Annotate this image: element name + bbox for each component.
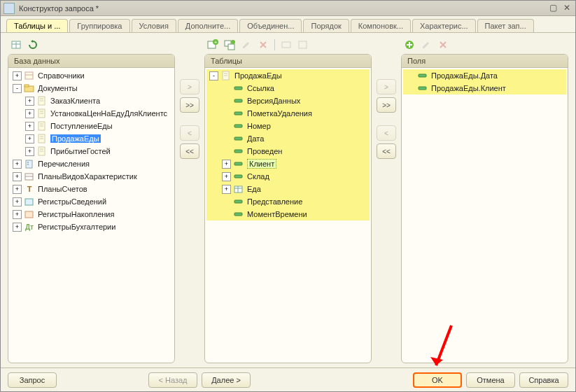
tables-row[interactable]: +Склад	[206, 170, 370, 183]
db-row[interactable]: +ПоступлениеЕды	[10, 120, 173, 132]
fields-tree[interactable]: ПродажаЕды.ДатаПродажаЕды.Клиент	[402, 68, 568, 363]
tables-tree[interactable]: -ПродажаЕдыСсылкаВерсияДанныхПометкаУдал…	[205, 68, 371, 363]
tab-8[interactable]: Пакет зап...	[477, 19, 534, 32]
expand-toggle-icon	[222, 122, 231, 131]
tables-row[interactable]: Ссылка	[206, 82, 370, 94]
expand-toggle-icon[interactable]: +	[25, 97, 34, 106]
tables-toolbar: +	[204, 37, 372, 52]
field-move-right-button[interactable]: >	[377, 79, 396, 94]
expand-toggle-icon	[222, 134, 231, 144]
db-row[interactable]: +ПрибытиеГостей	[10, 145, 173, 158]
delete-table-button	[256, 38, 270, 52]
tables-row[interactable]: МоментВремени	[206, 208, 370, 220]
reginfo-icon	[24, 197, 35, 206]
tables-row[interactable]: ПометкаУдаления	[206, 107, 370, 120]
next-button[interactable]: Далее >	[202, 372, 251, 388]
tables-row[interactable]: ВерсияДанных	[206, 94, 370, 107]
cancel-button[interactable]: Отмена	[466, 372, 515, 388]
field-icon	[233, 134, 244, 144]
tables-row[interactable]: Представление	[206, 195, 370, 208]
tree-item-label: ЗаказКлиента	[50, 97, 100, 105]
add-table-button[interactable]: +	[206, 38, 220, 52]
db-panel-header: База данных	[8, 55, 174, 68]
add-nested-table-button[interactable]	[223, 38, 237, 52]
doc-icon	[36, 121, 48, 131]
help-button[interactable]: Справка	[519, 372, 568, 388]
delete-field-button	[436, 38, 450, 52]
tables-row[interactable]: -ПродажаЕды	[206, 69, 370, 82]
refresh-button[interactable]	[26, 38, 40, 52]
expand-toggle-icon[interactable]: +	[13, 210, 22, 219]
tables-row[interactable]: +Еда	[206, 183, 370, 195]
expand-toggle-icon[interactable]: -	[209, 71, 218, 80]
tables-row[interactable]: +Клиент	[206, 158, 370, 170]
db-row[interactable]: +ПродажаЕды	[10, 132, 173, 145]
tables-row[interactable]: Номер	[206, 120, 370, 132]
tab-4[interactable]: Объединен...	[239, 19, 302, 32]
add-field-button[interactable]	[402, 38, 416, 52]
tab-0[interactable]: Таблицы и ...	[6, 19, 68, 32]
tab-3[interactable]: Дополните...	[178, 19, 238, 32]
expand-toggle-icon[interactable]: +	[222, 172, 231, 181]
move-right-button[interactable]: >	[180, 79, 199, 94]
tree-item-label: Перечисления	[38, 160, 90, 168]
show-tables-button[interactable]	[9, 38, 23, 52]
expand-toggle-icon[interactable]: +	[13, 185, 22, 194]
db-row[interactable]: +Перечисления	[10, 158, 173, 170]
tables-row[interactable]: Дата	[206, 132, 370, 145]
expand-toggle-icon[interactable]: +	[222, 185, 231, 194]
window-title: Конструктор запроса *	[19, 4, 545, 13]
expand-toggle-icon	[222, 84, 231, 93]
svg-text:T: T	[27, 185, 32, 193]
fields-toolbar	[401, 37, 568, 52]
move-all-left-button[interactable]: <<	[180, 144, 199, 159]
expand-toggle-icon[interactable]: +	[13, 71, 22, 80]
field-icon	[233, 209, 244, 219]
expand-toggle-icon[interactable]: +	[13, 172, 22, 181]
field-move-left-button[interactable]: <	[377, 125, 396, 141]
tab-6[interactable]: Компоновк...	[351, 19, 411, 32]
db-row[interactable]: -Документы	[10, 82, 173, 94]
bottom-bar: Запрос < Назад Далее > OK Отмена Справка	[1, 368, 575, 391]
db-row[interactable]: +ПланыВидовХарактеристик	[10, 170, 173, 183]
move-all-right-button[interactable]: >>	[180, 97, 199, 113]
db-row[interactable]: +РегистрыНакопления	[10, 208, 173, 220]
expand-toggle-icon[interactable]: +	[13, 197, 22, 206]
query-button[interactable]: Запрос	[8, 372, 57, 388]
move-left-button[interactable]: <	[180, 125, 199, 141]
tree-item-label: ПланыВидовХарактеристик	[38, 172, 137, 181]
tree-item-label: ПродажаЕды	[234, 71, 282, 80]
tab-2[interactable]: Условия	[132, 19, 176, 32]
expand-toggle-icon[interactable]: +	[25, 122, 34, 131]
expand-toggle-icon[interactable]: +	[13, 160, 22, 169]
db-tree[interactable]: +Справочники-Документы+ЗаказКлиента+Уста…	[8, 68, 174, 363]
tab-5[interactable]: Порядок	[303, 19, 349, 32]
db-row[interactable]: +Справочники	[10, 69, 173, 82]
tab-7[interactable]: Характерис...	[412, 19, 476, 32]
db-row[interactable]: +ЗаказКлиента	[10, 94, 173, 107]
tab-1[interactable]: Группировка	[69, 19, 129, 32]
db-row[interactable]: +УстановкаЦенНаЕдуДляКлиентс	[10, 107, 173, 120]
tables-row[interactable]: Проведен	[206, 145, 370, 158]
expand-toggle-icon[interactable]: +	[25, 109, 34, 118]
tree-item-label: РегистрыСведений	[38, 197, 106, 206]
field-move-all-right-button[interactable]: >>	[377, 97, 396, 113]
expand-toggle-icon[interactable]: +	[222, 160, 231, 169]
doc-icon	[36, 108, 48, 118]
svg-rect-48	[234, 125, 242, 127]
field-move-all-left-button[interactable]: <<	[377, 144, 396, 159]
expand-toggle-icon[interactable]: +	[13, 223, 22, 232]
tree-item-label: ПрибытиеГостей	[50, 147, 111, 155]
back-button[interactable]: < Назад	[148, 372, 197, 388]
maximize-button[interactable]: ▢	[547, 4, 559, 13]
db-row[interactable]: +РегистрыСведений	[10, 195, 173, 208]
close-button[interactable]: ✕	[561, 4, 573, 13]
fields-row[interactable]: ПродажаЕды.Клиент	[403, 82, 566, 94]
expand-toggle-icon[interactable]: +	[25, 147, 34, 156]
expand-toggle-icon[interactable]: +	[25, 134, 34, 144]
ok-button[interactable]: OK	[413, 372, 462, 388]
expand-toggle-icon[interactable]: -	[13, 84, 22, 93]
db-row[interactable]: +ДтРегистрыБухгалтерии	[10, 220, 173, 233]
db-row[interactable]: +TПланыСчетов	[10, 183, 173, 195]
fields-row[interactable]: ПродажаЕды.Дата	[403, 69, 566, 82]
